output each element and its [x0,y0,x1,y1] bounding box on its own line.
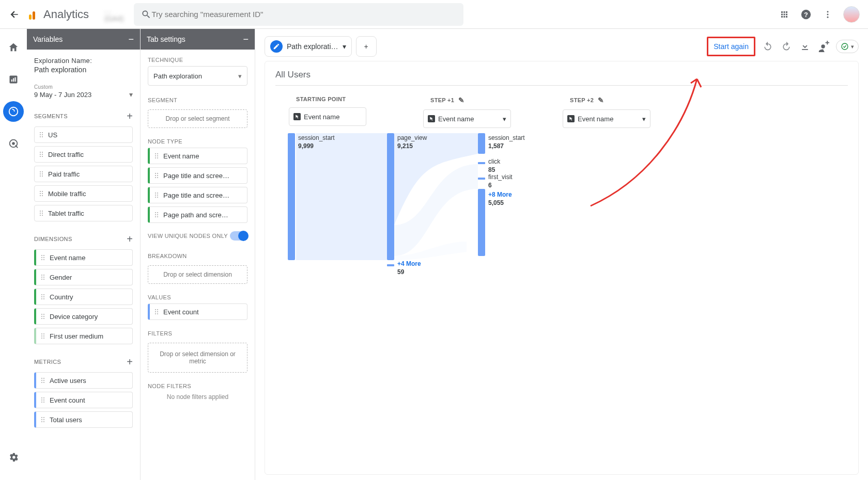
status-pill[interactable]: ▾ [836,40,859,53]
starting-point-select[interactable]: Event name [289,107,366,126]
tab-settings-header: Tab settings − [141,29,255,50]
edit-step2-icon[interactable]: ✎ [598,96,604,104]
nav-explore[interactable] [3,101,24,122]
more-vert-icon[interactable] [822,8,834,21]
step1-select[interactable]: Event name ▾ [423,109,511,128]
node-bar[interactable] [478,133,485,154]
unique-nodes-toggle[interactable] [230,231,247,241]
start-again-button[interactable]: Start again [707,37,755,56]
drag-handle-icon [154,211,159,218]
analytics-logo[interactable]: Analytics [29,8,89,21]
drag-handle-icon [40,254,45,261]
back-button[interactable] [8,8,21,21]
chip-item[interactable]: Event count [148,303,247,320]
breakdown-dropzone[interactable]: Drop or select dimension [148,265,247,284]
more-node-link[interactable]: +8 More 5,055 [488,191,512,207]
step1-label: STEP +1 ✎ [423,96,511,104]
node-small-bar[interactable] [387,264,394,266]
chip-item[interactable]: Page title and scree… [148,167,247,184]
node-bar[interactable] [288,133,295,260]
search-box[interactable] [134,3,463,26]
node-bar[interactable] [478,189,485,256]
product-name: Analytics [43,8,89,21]
step2-select[interactable]: Event name ▾ [563,109,650,128]
values-label: VALUES [141,287,255,303]
chip-item[interactable]: Gender [34,269,133,285]
chip-item[interactable]: Device category [34,308,133,325]
avatar[interactable] [843,6,860,23]
filters-dropzone[interactable]: Drop or select dimension or metric [148,343,247,373]
chip-item[interactable]: US [34,126,133,143]
exploration-name-block[interactable]: Exploration Name: Path exploration [27,50,140,78]
drag-handle-icon [39,210,44,217]
chip-item[interactable]: Event name [34,249,133,266]
chip-item[interactable]: Event count [34,392,133,408]
chip-item[interactable]: Page title and scree… [148,187,247,203]
nav-home[interactable] [3,37,24,58]
node-bar[interactable] [387,133,394,260]
canvas-toolbar: Path explorati… ▾ + Start again ▾ [265,34,859,59]
topbar: Analytics , , (GA4) ? [0,0,868,29]
svg-rect-7 [13,78,14,82]
date-range-selector[interactable]: Custom 9 May - 7 Jun 2023 ▾ [27,78,140,105]
node-label[interactable]: page_view 9,215 [397,134,427,150]
drag-handle-icon [40,416,45,423]
edit-step1-icon[interactable]: ✎ [458,96,464,104]
unique-nodes-label: VIEW UNIQUE NODES ONLY [148,233,228,239]
redo-button[interactable] [780,40,793,53]
collapse-tab-settings-icon[interactable]: − [243,34,249,45]
apps-icon[interactable] [778,8,791,21]
drag-handle-icon [39,190,44,197]
nav-reports[interactable] [3,69,24,90]
segment-label: SEGMENT [141,90,255,106]
node-label[interactable]: first_visit 6 [488,173,513,189]
node-label[interactable]: session_start 9,999 [298,134,335,150]
drag-handle-icon [40,332,45,340]
node-label[interactable]: session_start 1,587 [488,134,525,150]
add-dimension-button[interactable]: + [127,234,133,244]
add-segment-button[interactable]: + [127,111,133,121]
breakdown-label: BREAKDOWN [141,246,255,262]
chip-item[interactable]: Page path and scre… [148,206,247,223]
dropdown-caret-icon: ▾ [129,90,133,99]
node-small-bar[interactable] [478,178,485,180]
chip-item[interactable]: First user medium [34,328,133,344]
path-diagram[interactable]: session_start 9,999 page_view 9,215 +4 M… [275,133,848,314]
technique-select[interactable]: Path exploration ▾ [148,66,247,86]
drag-handle-icon [154,191,159,199]
segment-dropzone[interactable]: Drop or select segment [148,109,247,128]
drag-handle-icon [40,274,45,281]
undo-button[interactable] [762,40,774,53]
drag-handle-icon [40,377,45,384]
nav-admin[interactable] [3,447,24,468]
svg-point-12 [842,43,848,50]
dropdown-caret-icon: ▾ [238,72,242,80]
chip-item[interactable]: Event name [148,148,247,164]
chip-item[interactable]: Paid traffic [34,166,133,182]
add-metric-button[interactable]: + [127,357,133,367]
chip-item[interactable]: Total users [34,411,133,428]
chip-item[interactable]: Country [34,289,133,305]
chip-item[interactable]: Direct traffic [34,146,133,163]
exploration-tab[interactable]: Path explorati… ▾ [265,36,352,57]
tab-dropdown-icon[interactable]: ▾ [343,42,346,51]
property-name[interactable]: , , (GA4) [104,6,123,23]
download-button[interactable] [799,40,811,53]
starting-point-label: STARTING POINT [289,96,371,102]
tab-name: Path explorati… [287,42,338,51]
svg-point-11 [12,142,15,145]
chip-item[interactable]: Tablet traffic [34,205,133,221]
help-icon[interactable]: ? [800,8,812,21]
chip-item[interactable]: Active users [34,372,133,389]
chip-item[interactable]: Mobile traffic [34,185,133,202]
share-button[interactable] [817,40,830,53]
node-label[interactable]: click 85 [488,158,500,174]
nav-advertising[interactable] [3,133,24,154]
variables-panel: Variables − Exploration Name: Path explo… [27,29,141,480]
add-tab-button[interactable]: + [356,36,377,57]
search-input[interactable] [151,10,456,19]
more-node-link[interactable]: +4 More 59 [397,260,421,276]
collapse-variables-icon[interactable]: − [128,34,134,45]
nodefilters-empty: No node filters applied [141,392,255,408]
node-small-bar[interactable] [478,162,485,164]
